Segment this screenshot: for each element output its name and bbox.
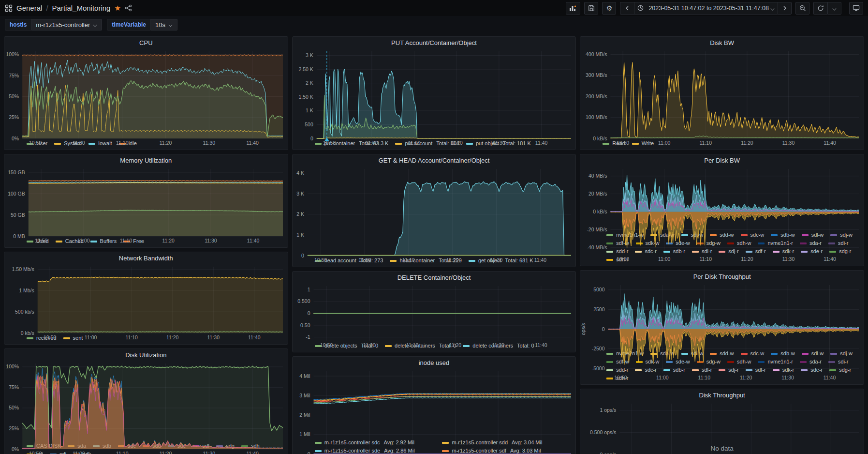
svg-text:-20 MB/s: -20 MB/s <box>587 227 607 232</box>
time-shift-forward-button[interactable] <box>778 2 792 15</box>
svg-text:50%: 50% <box>9 93 19 99</box>
svg-text:100 MB/s: 100 MB/s <box>586 114 607 120</box>
gear-icon: ⚙ <box>606 4 613 12</box>
svg-text:0 kB/s: 0 kB/s <box>593 209 607 214</box>
svg-text:1.50 Mb/s: 1.50 Mb/s <box>12 266 34 272</box>
refresh-button[interactable] <box>813 2 827 15</box>
svg-text:75%: 75% <box>9 73 19 78</box>
svg-text:11:30: 11:30 <box>205 238 217 243</box>
breadcrumb-page[interactable]: Partial_Monitoring <box>52 4 111 12</box>
svg-text:500 kb/s: 500 kb/s <box>15 309 34 315</box>
time-range-button[interactable]: 2023-05-31 10:47:02 to 2023-05-31 11:47:… <box>634 2 778 15</box>
panel-title[interactable]: Disk BW <box>580 37 864 48</box>
zoom-out-button[interactable] <box>795 2 809 15</box>
tv-mode-button[interactable] <box>849 2 863 15</box>
variable-host-label: hostls <box>5 19 31 30</box>
disk_bw-chart-svg: 0 kB/s100 MB/s200 MB/s300 MB/s400 MB/s10… <box>580 48 864 147</box>
panel-title[interactable]: Per Disk BW <box>580 154 864 166</box>
breadcrumb-section[interactable]: General <box>16 4 42 12</box>
svg-text:11:20: 11:20 <box>160 451 172 454</box>
svg-text:2 K: 2 K <box>306 80 313 86</box>
svg-text:11:10: 11:10 <box>698 375 711 380</box>
inode-chart[interactable]: 01 Mil2 Mil3 Mil4 Mil10:5011:0011:1011:2… <box>293 368 576 439</box>
svg-text:11:20: 11:20 <box>449 342 461 348</box>
get_head-chart-svg: 01 K2 K3 K4 K10:5011:0011:1011:2011:3011… <box>293 166 576 264</box>
disk-bw-chart[interactable]: 0 kB/s100 MB/s200 MB/s300 MB/s400 MB/s10… <box>580 48 864 139</box>
dashboard-grid-icon[interactable] <box>5 4 13 12</box>
disk-utilization-chart[interactable]: 0%25%50%75%100%10:5011:0011:1011:2011:30… <box>4 361 288 442</box>
svg-text:11:10: 11:10 <box>116 451 129 454</box>
svg-text:11:40: 11:40 <box>535 140 548 146</box>
svg-text:0: 0 <box>307 310 310 316</box>
svg-text:0: 0 <box>307 451 310 454</box>
refresh-interval-caret[interactable] <box>827 2 841 15</box>
svg-text:-2500: -2500 <box>592 346 605 351</box>
svg-text:11:40: 11:40 <box>247 238 260 243</box>
svg-text:0: 0 <box>301 253 304 258</box>
panel-title[interactable]: GET & HEAD Account/Container/Object <box>293 154 576 166</box>
svg-text:3 Mil: 3 Mil <box>299 393 310 398</box>
svg-text:1 K: 1 K <box>296 232 304 238</box>
svg-text:20 MB/s: 20 MB/s <box>588 191 607 197</box>
svg-text:11:10: 11:10 <box>408 140 420 146</box>
get-head-chart[interactable]: 01 K2 K3 K4 K10:5011:0011:1011:2011:3011… <box>293 166 576 257</box>
disk-throughput-chart[interactable]: No data 1 ops/s0.500 ops/s0 ops/s-0.50 o… <box>580 401 864 454</box>
svg-text:11:00: 11:00 <box>358 257 371 263</box>
svg-text:11:00: 11:00 <box>658 140 671 146</box>
per-disk-throughput-chart[interactable]: -5000-250002500500010:5011:0011:1011:201… <box>580 282 864 349</box>
svg-text:100 GB: 100 GB <box>8 191 25 197</box>
save-dashboard-button[interactable] <box>584 2 598 15</box>
panel-title[interactable]: Per Disk Throughput <box>580 271 864 282</box>
time-range-caret-icon <box>771 6 775 10</box>
variable-host: hostls m-r1z1s5-controller <box>5 19 102 30</box>
panel-title[interactable]: CPU <box>4 37 288 48</box>
panel-title[interactable]: Disk Throughput <box>580 389 864 401</box>
svg-text:11:20: 11:20 <box>162 238 175 243</box>
variable-time-dropdown[interactable]: 10s <box>151 19 177 30</box>
dashboard-grid: CPU 0%25%50%75%100%10:5011:0011:1011:201… <box>0 33 868 454</box>
svg-text:11:20: 11:20 <box>160 140 172 146</box>
delete-chart[interactable]: 10.5000-0.50-110:5011:0011:1011:2011:301… <box>293 283 576 342</box>
add-panel-button[interactable] <box>566 2 580 15</box>
svg-text:11:00: 11:00 <box>73 451 85 454</box>
share-icon[interactable] <box>125 4 132 12</box>
svg-text:11:40: 11:40 <box>246 140 259 146</box>
cpu-chart-svg: 0%25%50%75%100%10:5011:0011:1011:2011:30… <box>4 48 288 147</box>
svg-text:0.500 ops/s: 0.500 ops/s <box>590 429 616 435</box>
svg-text:0 MB: 0 MB <box>13 233 25 239</box>
inode-chart-svg: 01 Mil2 Mil3 Mil4 Mil10:5011:0011:1011:2… <box>293 368 576 454</box>
chevron-down-icon <box>93 23 97 27</box>
svg-text:11:20: 11:20 <box>741 140 753 146</box>
svg-text:11:40: 11:40 <box>824 140 837 146</box>
svg-text:0%: 0% <box>12 446 19 452</box>
cpu-chart[interactable]: 0%25%50%75%100%10:5011:0011:1011:2011:30… <box>4 48 288 139</box>
disk_tp-chart-svg: 1 ops/s0.500 ops/s0 ops/s-0.50 ops/s-1 o… <box>580 401 864 454</box>
panel-title[interactable]: Network Bandwidth <box>4 252 288 264</box>
svg-text:10:50: 10:50 <box>617 256 629 262</box>
svg-text:0 kb/s: 0 kb/s <box>21 330 34 336</box>
per-disk-bw-chart[interactable]: -40 MB/s-20 MB/s0 kB/s20 MB/s40 MB/s10:5… <box>580 166 864 231</box>
variable-host-dropdown[interactable]: m-r1z1s5-controller <box>31 19 102 30</box>
panel-title[interactable]: Memory Utilization <box>4 154 288 166</box>
dashboard-settings-button[interactable]: ⚙ <box>602 2 616 15</box>
time-shift-back-button[interactable] <box>620 2 634 15</box>
put-chart[interactable]: 05001 K1.50 K2 K2.50 K3 K10:5011:0011:10… <box>293 48 576 139</box>
panel-title[interactable]: inode used <box>293 357 576 368</box>
panel-title[interactable]: Disk Utilization <box>4 349 288 361</box>
breadcrumb: General / Partial_Monitoring <box>16 4 110 12</box>
svg-text:200 MB/s: 200 MB/s <box>586 93 607 99</box>
disk_util-chart-svg: 0%25%50%75%100%10:5011:0011:1011:2011:30… <box>4 361 288 454</box>
panel-title[interactable]: DELETE Container/Object <box>293 272 576 283</box>
svg-text:11:20: 11:20 <box>166 334 179 340</box>
top-navbar: General / Partial_Monitoring ★ ⚙ <box>0 0 868 16</box>
favorite-star-icon[interactable]: ★ <box>114 4 120 13</box>
svg-text:-40 MB/s: -40 MB/s <box>587 244 607 250</box>
memory-chart[interactable]: 0 MB50 GB100 GB150 GB10:5011:0011:1011:2… <box>4 166 288 237</box>
svg-text:11:00: 11:00 <box>363 342 376 348</box>
svg-text:1 Mil: 1 Mil <box>299 431 310 437</box>
network-chart[interactable]: 0 kb/s500 kb/s1 Mb/s1.50 Mb/s10:5011:001… <box>4 264 288 334</box>
panel-disk-bw: Disk BW 0 kB/s100 MB/s200 MB/s300 MB/s40… <box>580 36 864 150</box>
dashboard-column-2: PUT Account/Container/Object 05001 K1.50… <box>292 36 576 454</box>
panel-title[interactable]: PUT Account/Container/Object <box>293 37 576 48</box>
svg-text:2 K: 2 K <box>296 211 304 217</box>
